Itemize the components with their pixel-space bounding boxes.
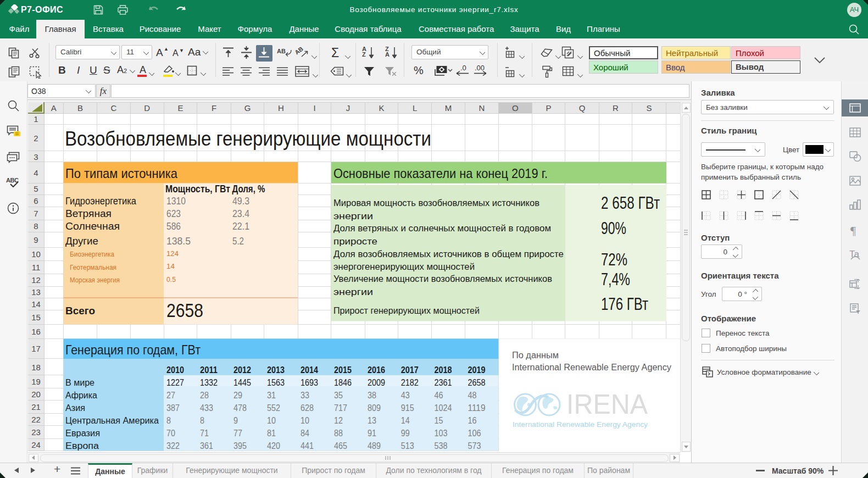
svg-text:46: 46 [435, 391, 443, 400]
svg-text:48: 48 [468, 391, 477, 400]
svg-text:K: K [379, 103, 384, 113]
svg-text:12: 12 [334, 416, 343, 425]
svg-text:2012: 2012 [233, 365, 251, 375]
svg-text:586: 586 [166, 221, 181, 232]
svg-text:2013: 2013 [267, 365, 285, 375]
svg-text:15: 15 [435, 416, 443, 425]
svg-text:489: 489 [368, 441, 381, 451]
svg-text:8: 8 [166, 416, 171, 425]
svg-text:395: 395 [233, 441, 247, 451]
svg-text:E: E [177, 103, 183, 113]
svg-text:Азия: Азия [65, 403, 85, 413]
svg-text:2014: 2014 [301, 365, 318, 375]
svg-text:43: 43 [401, 391, 410, 400]
svg-text:Центральная Америка: Центральная Америка [65, 416, 159, 425]
svg-text:18: 18 [31, 363, 41, 372]
svg-text:623: 623 [166, 208, 181, 219]
svg-text:В мире: В мире [65, 378, 94, 387]
svg-text:Увеличение мощности возобновля: Увеличение мощности возобновляемых источ… [333, 274, 552, 284]
svg-text:103: 103 [435, 429, 448, 438]
svg-text:16: 16 [31, 327, 41, 336]
svg-text:5: 5 [34, 184, 38, 193]
svg-text:Основные показатели на конец 2: Основные показатели на конец 2019 г. [333, 166, 548, 181]
svg-text:21: 21 [31, 402, 41, 412]
svg-text:138.5: 138.5 [166, 236, 191, 247]
svg-text:2 658 ГВт: 2 658 ГВт [601, 193, 660, 213]
svg-text:энергии: энергии [333, 212, 373, 221]
svg-text:27: 27 [166, 391, 175, 400]
svg-text:11: 11 [32, 263, 41, 272]
svg-text:B: B [77, 103, 83, 113]
svg-text:L: L [413, 103, 417, 113]
svg-text:приросте: приросте [333, 237, 377, 246]
svg-text:91: 91 [368, 429, 376, 438]
svg-text:13: 13 [368, 416, 376, 425]
svg-text:2010: 2010 [166, 365, 184, 375]
svg-text:14: 14 [401, 416, 410, 425]
svg-text:176 ГВт: 176 ГВт [601, 294, 648, 314]
svg-text:Биоэнергетика: Биоэнергетика [70, 250, 114, 258]
svg-text:1846: 1846 [334, 378, 352, 387]
svg-text:F: F [212, 103, 216, 113]
svg-text:International Renewable Energy: International Renewable Energy Agency [512, 363, 671, 372]
svg-text:81: 81 [267, 429, 276, 438]
svg-text:552: 552 [267, 403, 280, 413]
svg-text:10: 10 [267, 416, 276, 425]
svg-text:10: 10 [301, 416, 309, 425]
svg-text:1693: 1693 [301, 378, 318, 387]
svg-text:14: 14 [31, 299, 41, 309]
svg-text:2182: 2182 [401, 378, 419, 387]
svg-text:Ветряная: Ветряная [65, 208, 112, 219]
svg-text:2015: 2015 [334, 365, 352, 375]
svg-text:2011: 2011 [200, 365, 218, 375]
svg-text:Морская энергия: Морская энергия [70, 276, 120, 284]
svg-text:2658: 2658 [166, 299, 203, 321]
svg-text:энергии: энергии [333, 287, 373, 297]
svg-text:Солнечная: Солнечная [65, 221, 120, 232]
svg-text:7: 7 [34, 209, 38, 218]
svg-text:Другие: Другие [65, 236, 98, 247]
svg-text:72%: 72% [601, 250, 627, 269]
svg-text:.00: .00 [475, 64, 485, 72]
svg-text:Геотермальная: Геотермальная [70, 263, 116, 271]
svg-text:99: 99 [401, 429, 410, 438]
svg-text:322: 322 [166, 441, 180, 451]
svg-text:17: 17 [31, 344, 41, 353]
svg-text:1227: 1227 [166, 378, 184, 387]
svg-text:Доля, %: Доля, % [232, 184, 265, 194]
svg-text:6: 6 [34, 196, 38, 205]
svg-text:22.1: 22.1 [232, 221, 249, 232]
svg-text:14: 14 [166, 262, 175, 270]
svg-text:16: 16 [468, 416, 477, 425]
svg-text:70: 70 [166, 429, 175, 438]
svg-text:Европа: Европа [65, 441, 99, 451]
svg-text:По типам источника: По типам источника [65, 166, 178, 181]
svg-text:77: 77 [233, 429, 242, 438]
svg-text:S: S [646, 103, 652, 113]
svg-text:35: 35 [334, 391, 343, 400]
svg-text:0.5: 0.5 [166, 275, 176, 284]
svg-text:энергогенерирующих мощностей: энергогенерирующих мощностей [333, 262, 475, 271]
svg-text:D: D [144, 103, 150, 113]
svg-text:Евразия: Евразия [65, 429, 100, 438]
svg-text:20: 20 [31, 390, 41, 399]
svg-text:441: 441 [301, 441, 314, 451]
svg-text:2361: 2361 [435, 378, 452, 387]
svg-text:361: 361 [200, 441, 213, 451]
svg-text:915: 915 [401, 403, 414, 413]
svg-text:1445: 1445 [233, 378, 251, 387]
svg-text:628: 628 [301, 403, 314, 413]
svg-text:A: A [51, 103, 57, 113]
svg-text:Доля ветряных и солнечных мощн: Доля ветряных и солнечных мощностей в го… [333, 224, 551, 233]
svg-text:H: H [278, 103, 284, 113]
svg-text:465: 465 [334, 441, 347, 451]
svg-text:Мировая мощность возобновляемы: Мировая мощность возобновляемых источник… [333, 198, 539, 208]
svg-text:28: 28 [200, 391, 209, 400]
svg-text:15: 15 [31, 313, 41, 322]
svg-text:84: 84 [301, 429, 309, 438]
svg-text:809: 809 [368, 403, 381, 413]
svg-text:8: 8 [200, 416, 204, 425]
svg-text:Доля возобновляемых источников: Доля возобновляемых источников в общем п… [333, 249, 564, 259]
svg-text:573: 573 [468, 441, 481, 451]
svg-text:29: 29 [233, 391, 242, 400]
